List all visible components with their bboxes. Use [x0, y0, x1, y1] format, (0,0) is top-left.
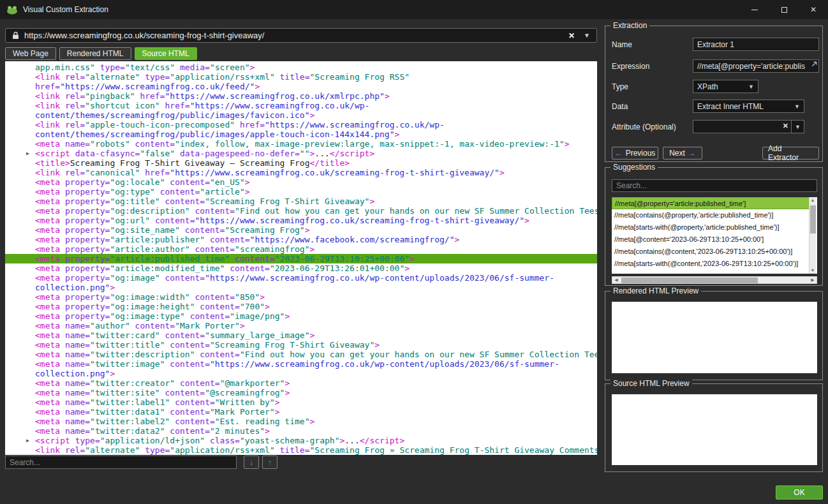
source-line[interactable]: <meta property="og:type" content="articl…: [5, 187, 597, 196]
source-line[interactable]: <meta name="twitter:data1" content="Mark…: [5, 407, 597, 417]
next-button-label: Next: [669, 149, 685, 158]
code-token: >: [499, 168, 505, 177]
clear-url-icon[interactable]: ✕: [568, 31, 575, 40]
close-button[interactable]: ✕: [799, 0, 828, 19]
collapse-toggle-icon[interactable]: ▶: [26, 436, 35, 445]
maximize-button[interactable]: [769, 0, 799, 19]
source-line[interactable]: collection.png">: [5, 369, 597, 378]
code-token: "": [300, 149, 310, 158]
data-select[interactable]: Extract Inner HTML ▼: [693, 100, 804, 113]
suggestions-horizontal-scrollbar[interactable]: ◀ ▶: [612, 276, 817, 284]
source-line[interactable]: <meta property="og:title" content="Screa…: [5, 196, 597, 206]
ok-button[interactable]: OK: [776, 485, 823, 500]
source-line[interactable]: <link rel="shortcut icon" href="https://…: [5, 101, 597, 110]
code-search-input[interactable]: [5, 456, 237, 469]
collapse-toggle-icon[interactable]: ▶: [26, 149, 35, 158]
source-line[interactable]: <meta name="twitter:description" content…: [5, 350, 597, 359]
suggestion-item[interactable]: //meta[starts-with(@property,'article:pu…: [612, 221, 810, 233]
source-line[interactable]: ▶<script data-cfasync="false" data-pages…: [5, 149, 597, 158]
source-line[interactable]: content/themes/screamingfrog/public/imag…: [5, 110, 597, 120]
code-token: name=: [65, 397, 90, 407]
suggestions-vertical-scrollbar[interactable]: ▲ ▼: [809, 197, 816, 274]
source-line[interactable]: content/themes/screamingfrog/public/imag…: [5, 130, 597, 139]
source-line[interactable]: <meta name="twitter:label2" content="Est…: [5, 417, 597, 426]
source-line[interactable]: <link rel="apple-touch-icon-precomposed"…: [5, 120, 597, 130]
source-code-view[interactable]: app.min.css" type="text/css" media="scre…: [5, 61, 597, 455]
suggestions-search-input[interactable]: [612, 179, 817, 192]
source-line-highlighted[interactable]: <meta property="article:published_time" …: [5, 254, 597, 263]
tab-web-page[interactable]: Web Page: [5, 47, 56, 60]
url-input[interactable]: [24, 31, 563, 40]
code-token: content=: [200, 350, 240, 359]
source-line[interactable]: <link rel="alternate" type="application/…: [5, 72, 597, 82]
add-extractor-button[interactable]: Add Extractor: [762, 147, 819, 159]
expand-expression-icon[interactable]: [811, 61, 818, 68]
url-dropdown-icon[interactable]: ▼: [580, 32, 590, 39]
source-line[interactable]: <title>Screaming Frog T-Shirt Giveaway –…: [5, 158, 597, 168]
search-next-button[interactable]: ↓: [244, 456, 259, 469]
suggestion-item[interactable]: //meta[starts-with(@content,'2023-06-29T…: [612, 258, 810, 270]
source-line[interactable]: ▶<script type="application/ld+json" clas…: [5, 436, 597, 445]
next-button[interactable]: Next →: [663, 147, 702, 159]
source-line[interactable]: <meta name="twitter:image" content="http…: [5, 359, 597, 369]
code-token: "en_US": [210, 177, 245, 187]
suggestion-item-selected[interactable]: //meta[@property='article:published_time…: [612, 197, 810, 209]
source-line[interactable]: <meta property="og:url" content="https:/…: [5, 216, 597, 225]
code-token: <meta: [35, 330, 65, 340]
code-token: "Screaming Frog": [225, 225, 304, 235]
source-line[interactable]: <meta property="og:image" content="https…: [5, 273, 597, 283]
source-line[interactable]: <link rel="pingback" href="https://www.s…: [5, 91, 597, 101]
source-line[interactable]: <meta property="og:image:width" content=…: [5, 292, 597, 302]
source-line[interactable]: <meta name="twitter:creator" content="@m…: [5, 378, 597, 388]
source-line[interactable]: <link rel="canonical" href="https://www.…: [5, 168, 597, 177]
code-token: "https://www.screamingfrog.co.uk/feed/": [60, 82, 255, 91]
expression-input[interactable]: [693, 59, 819, 73]
previous-button[interactable]: ← Previous: [612, 147, 658, 159]
source-line[interactable]: <meta property="og:site_name" content="S…: [5, 225, 597, 235]
code-token: property=: [65, 177, 110, 187]
suggestion-item[interactable]: //meta[@content='2023-06-29T13:10:25+00:…: [612, 233, 810, 246]
suggestion-item[interactable]: //meta[contains(@property,'article:publi…: [612, 209, 810, 221]
source-line[interactable]: <meta name="twitter:label1" content="Wri…: [5, 397, 597, 407]
tab-source-html[interactable]: Source HTML: [135, 47, 197, 60]
source-line[interactable]: collection.png">: [5, 283, 597, 292]
scroll-right-icon[interactable]: ▶: [809, 278, 817, 283]
clear-attribute-icon[interactable]: ✕: [783, 122, 788, 130]
suggestion-item[interactable]: //meta[contains(@content,'2023-06-29T13:…: [612, 246, 810, 258]
code-token: content=: [160, 187, 200, 196]
code-token: data-pagespeed-no-defer=: [180, 149, 300, 158]
horizontal-scroll-thumb[interactable]: [621, 278, 758, 283]
attribute-dropdown-button[interactable]: ▼: [792, 120, 804, 133]
source-line[interactable]: <link rel="alternate" type="application/…: [5, 445, 597, 455]
source-line[interactable]: <meta name="twitter:title" content="Scre…: [5, 340, 597, 350]
extractor-name-input[interactable]: [693, 38, 819, 51]
source-line[interactable]: <meta property="article:author" content=…: [5, 244, 597, 254]
source-line[interactable]: <meta property="article:publisher" conte…: [5, 235, 597, 244]
source-line[interactable]: <meta name="twitter:site" content="@scre…: [5, 388, 597, 397]
source-line[interactable]: href="https://www.screamingfrog.co.uk/fe…: [5, 82, 597, 91]
search-previous-button[interactable]: ↑: [262, 456, 277, 469]
source-line[interactable]: <meta name="twitter:card" content="summa…: [5, 330, 597, 340]
tab-rendered-html[interactable]: Rendered HTML: [59, 47, 131, 60]
suggestions-list[interactable]: //meta[@property='article:published_time…: [612, 197, 817, 274]
data-label: Data: [612, 102, 628, 111]
code-token: >: [260, 292, 265, 302]
minimize-button[interactable]: [740, 0, 769, 19]
source-line[interactable]: <meta property="og:image:height" content…: [5, 302, 597, 311]
scroll-left-icon[interactable]: ◀: [612, 278, 620, 283]
source-line[interactable]: <meta property="og:locale" content="en_U…: [5, 177, 597, 187]
source-line[interactable]: <meta property="og:image:type" content="…: [5, 311, 597, 321]
type-select[interactable]: XPath ▼: [693, 80, 758, 93]
source-line[interactable]: app.min.css" type="text/css" media="scre…: [5, 63, 597, 72]
source-line[interactable]: <meta property="article:modified_time" c…: [5, 263, 597, 273]
scroll-down-icon[interactable]: ▼: [811, 267, 815, 274]
vertical-scroll-thumb[interactable]: [810, 205, 816, 233]
scroll-up-icon[interactable]: ▲: [811, 197, 815, 204]
source-line[interactable]: <meta name="robots" content="index, foll…: [5, 139, 597, 149]
attribute-input[interactable]: [693, 120, 792, 133]
source-line[interactable]: <meta property="og:description" content=…: [5, 206, 597, 216]
source-line[interactable]: <meta name="twitter:data2" content="2 mi…: [5, 426, 597, 436]
source-line[interactable]: <meta name="author" content="Mark Porter…: [5, 321, 597, 330]
code-token: <meta: [35, 292, 65, 302]
code-token: <meta: [35, 254, 65, 263]
